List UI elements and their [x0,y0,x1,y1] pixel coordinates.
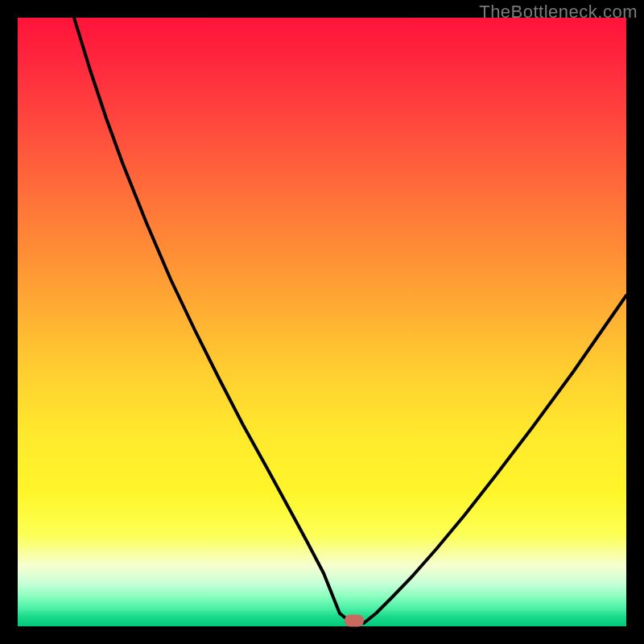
bottleneck-curve [18,18,626,626]
minimum-marker [345,615,364,627]
plot-area [18,18,626,626]
watermark-text: TheBottleneck.com [479,2,638,23]
chart-frame: TheBottleneck.com [0,0,644,644]
